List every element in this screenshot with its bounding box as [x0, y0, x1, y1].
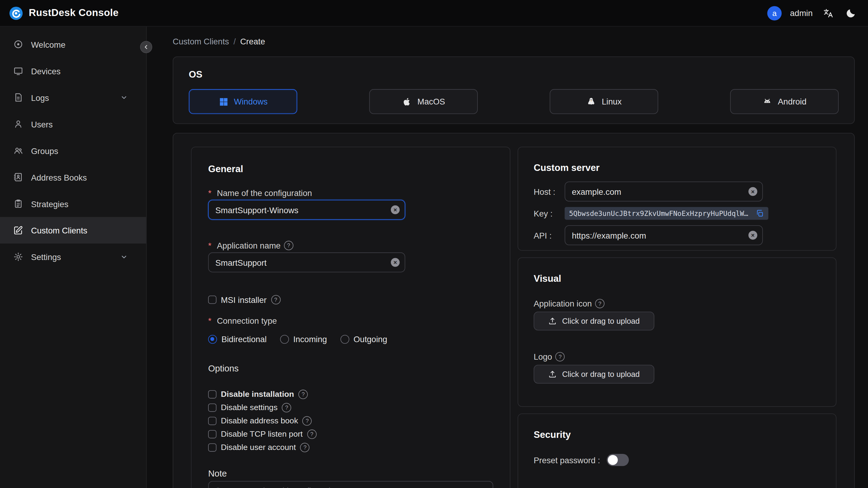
sidebar-item-label: Logs	[31, 93, 112, 102]
os-button-android[interactable]: Android	[730, 89, 839, 114]
disable-installation-checkbox[interactable]	[208, 390, 216, 398]
sidebar-item-strategies[interactable]: Strategies	[0, 190, 146, 217]
clear-icon[interactable]: ×	[748, 231, 757, 240]
clear-icon[interactable]: ×	[391, 258, 400, 267]
radio-bidirectional[interactable]: Bidirectional	[208, 334, 267, 344]
sidebar-item-address-books[interactable]: Address Books	[0, 164, 146, 190]
key-chip: 5Qbwsde3unUcJBtrx9ZkvUmwFNoExHzpryHuPUdq…	[565, 207, 769, 220]
config-name-label: Name of the configuration	[208, 188, 493, 197]
sidebar-item-settings[interactable]: Settings	[0, 243, 146, 270]
option-label: Disable user account	[221, 443, 296, 452]
key-label: Key :	[534, 209, 565, 218]
radio-icon[interactable]	[340, 335, 349, 343]
os-options-row: Windows MacOS Linux	[189, 89, 839, 114]
toggle-knob	[608, 455, 618, 465]
logo-upload-button[interactable]: Click or drag to upload	[534, 365, 654, 384]
preset-password-label: Preset password :	[534, 455, 600, 465]
os-button-label: Linux	[601, 97, 622, 106]
radio-incoming[interactable]: Incoming	[280, 334, 327, 344]
connection-type-label: Connection type	[208, 316, 493, 326]
copy-icon[interactable]	[756, 209, 764, 217]
sidebar-item-label: Settings	[31, 252, 112, 262]
api-input[interactable]	[565, 225, 763, 245]
os-button-windows[interactable]: Windows	[189, 89, 297, 114]
msi-installer-row: MSI installer ?	[208, 293, 493, 306]
options-title: Options	[208, 364, 493, 373]
dark-mode-icon[interactable]	[843, 6, 858, 20]
custom-server-card: Custom server Host : × Key : 5Qbwsde3unU…	[518, 147, 837, 251]
top-bar: RustDesk Console a admin	[0, 0, 868, 27]
app-icon-upload-button[interactable]: Click or drag to upload	[534, 312, 654, 330]
radio-icon[interactable]	[280, 335, 289, 343]
preset-password-toggle[interactable]	[607, 454, 629, 466]
breadcrumb-parent[interactable]: Custom Clients	[173, 36, 229, 46]
option-label: Disable settings	[221, 403, 278, 411]
help-icon[interactable]: ?	[307, 429, 316, 438]
logo-label-text: Logo	[534, 352, 552, 362]
edit-square-icon	[13, 225, 23, 235]
sidebar-item-devices[interactable]: Devices	[0, 58, 146, 84]
sidebar-item-users[interactable]: Users	[0, 111, 146, 138]
radio-outgoing[interactable]: Outgoing	[340, 334, 387, 344]
config-name-input[interactable]	[208, 200, 405, 220]
host-row: Host : ×	[534, 182, 820, 202]
username[interactable]: admin	[790, 8, 813, 18]
sidebar-item-welcome[interactable]: Welcome	[0, 31, 146, 58]
language-icon[interactable]	[821, 6, 835, 20]
disable-tcp-listen-port-checkbox[interactable]	[208, 430, 216, 438]
help-icon[interactable]: ?	[284, 241, 293, 250]
sidebar-item-label: Custom Clients	[31, 225, 133, 235]
note-textarea[interactable]	[208, 481, 493, 488]
connection-type-options: Bidirectional Incoming Outgoing	[208, 334, 493, 344]
sidebar-item-custom-clients[interactable]: Custom Clients	[0, 217, 146, 244]
help-icon[interactable]: ?	[300, 443, 310, 452]
user-icon	[13, 119, 23, 129]
os-button-label: Windows	[234, 97, 268, 106]
app-name-label-text: Application name	[217, 241, 281, 250]
app-name-label: Application name ?	[208, 241, 493, 250]
sidebar-item-label: Groups	[31, 146, 133, 155]
os-button-macos[interactable]: MacOS	[369, 89, 478, 114]
sidebar-item-label: Users	[31, 119, 133, 129]
general-card: General Name of the configuration × Appl…	[191, 147, 510, 488]
help-icon[interactable]: ?	[282, 402, 291, 412]
upload-button-label: Click or drag to upload	[562, 316, 640, 325]
option-label: Disable address book	[221, 416, 298, 425]
api-field: ×	[565, 225, 763, 245]
option-label: Disable installation	[221, 390, 294, 398]
user-avatar[interactable]: a	[768, 6, 782, 20]
breadcrumb-current: Create	[240, 36, 265, 46]
help-icon[interactable]: ?	[303, 416, 312, 425]
sidebar-item-groups[interactable]: Groups	[0, 138, 146, 164]
clear-icon[interactable]: ×	[748, 187, 757, 196]
help-icon[interactable]: ?	[271, 295, 280, 304]
radio-label: Bidirectional	[221, 334, 267, 344]
clear-icon[interactable]: ×	[391, 205, 400, 214]
windows-logo-icon	[218, 97, 228, 106]
msi-installer-checkbox[interactable]	[208, 295, 216, 304]
host-input[interactable]	[565, 182, 763, 202]
breadcrumb: Custom Clients / Create	[173, 36, 855, 46]
radio-icon[interactable]	[208, 335, 217, 343]
document-icon	[13, 92, 23, 102]
sidebar-item-label: Strategies	[31, 199, 133, 208]
msi-installer-label: MSI installer	[221, 295, 267, 304]
help-icon[interactable]: ?	[595, 299, 604, 308]
radio-label: Outgoing	[353, 334, 387, 344]
right-column: Custom server Host : × Key : 5Qbwsde3unU…	[518, 147, 837, 488]
app-name-input[interactable]	[208, 252, 405, 272]
radio-label: Incoming	[293, 334, 327, 344]
preset-password-row: Preset password :	[534, 454, 820, 466]
visual-card: Visual Application icon ? Click or drag …	[518, 257, 837, 407]
sidebar-item-logs[interactable]: Logs	[0, 84, 146, 111]
disable-settings-checkbox[interactable]	[208, 403, 216, 411]
help-icon[interactable]: ?	[299, 389, 308, 399]
key-row: Key : 5Qbwsde3unUcJBtrx9ZkvUmwFNoExHzpry…	[534, 207, 820, 220]
os-button-linux[interactable]: Linux	[550, 89, 658, 114]
help-icon[interactable]: ?	[555, 352, 565, 362]
logo-label: Logo ?	[534, 352, 820, 362]
disable-user-account-checkbox[interactable]	[208, 443, 216, 451]
sidebar-collapse-button[interactable]	[140, 41, 152, 53]
disable-address-book-checkbox[interactable]	[208, 417, 216, 425]
sidebar-item-label: Address Books	[31, 173, 133, 182]
